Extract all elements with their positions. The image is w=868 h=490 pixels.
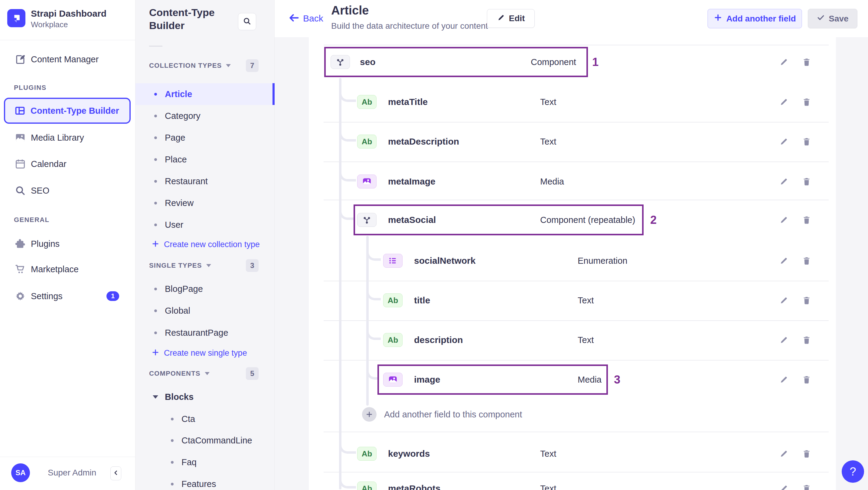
component-group-blocks[interactable]: Blocks — [135, 386, 275, 408]
tree-elbow — [339, 438, 356, 454]
field-type-label: Text — [540, 97, 556, 107]
sidebar-item-features[interactable]: Features — [135, 473, 275, 490]
edit-label: Edit — [509, 13, 525, 23]
sidebar-item-article[interactable]: Article — [135, 83, 275, 105]
field-type-label: Media — [540, 177, 564, 187]
back-link[interactable]: Back — [288, 12, 323, 25]
sidebar-item-place[interactable]: Place — [135, 149, 275, 170]
pencil-icon — [497, 13, 509, 24]
delete-field-button[interactable] — [800, 254, 813, 267]
edit-field-button[interactable] — [777, 213, 790, 226]
row-divider — [323, 45, 829, 45]
sidebar-item-calendar[interactable]: Calendar — [0, 155, 135, 173]
edit-field-button[interactable] — [777, 135, 790, 148]
triangle-down-icon — [153, 395, 158, 399]
search-button[interactable] — [238, 13, 256, 30]
field-name: description — [414, 335, 463, 345]
sidebar-item-review[interactable]: Review — [135, 192, 275, 214]
sidebar-item-seo[interactable]: SEO — [0, 182, 135, 199]
tree-elbow — [339, 473, 356, 489]
main-sidebar: Strapi Dashboard Workplace Content Manag… — [0, 0, 135, 490]
row-divider — [323, 360, 829, 361]
sidebar-item-content-type-builder[interactable]: Content-Type Builder — [4, 98, 131, 124]
strapi-logo-icon[interactable] — [7, 9, 25, 27]
sidebar-item-label: SEO — [31, 186, 49, 196]
field-name: metaRobots — [388, 483, 440, 490]
create-single-type-link[interactable]: Create new single type — [135, 344, 275, 362]
delete-field-button[interactable] — [800, 482, 813, 490]
sidebar-item-label: BlogPage — [165, 284, 203, 294]
sidebar-item-page[interactable]: Page — [135, 127, 275, 149]
field-type-label: Text — [540, 484, 556, 490]
edit-field-button[interactable] — [777, 175, 790, 188]
bullet-icon — [154, 202, 157, 205]
sidebar-item-category[interactable]: Category — [135, 105, 275, 127]
group-label: Blocks — [165, 392, 193, 402]
help-button[interactable]: ? — [842, 460, 864, 483]
delete-field-button[interactable] — [800, 95, 813, 109]
sidebar-item-plugins[interactable]: Plugins — [0, 235, 135, 252]
sidebar-item-label: Article — [165, 89, 192, 99]
delete-field-button[interactable] — [800, 135, 813, 148]
user-name: Super Admin — [48, 468, 96, 478]
sidebar-item-blogpage[interactable]: BlogPage — [135, 278, 275, 300]
add-another-field-button[interactable]: Add another field — [707, 9, 802, 28]
sidebar-item-label: Calendar — [31, 159, 66, 169]
edit-field-button[interactable] — [777, 373, 790, 386]
sidebar-item-global[interactable]: Global — [135, 300, 275, 322]
puzzle-icon — [14, 238, 27, 249]
sidebar-item-cta[interactable]: Cta — [135, 408, 275, 430]
create-collection-type-link[interactable]: Create new collection type — [135, 236, 275, 253]
sidebar-item-faq[interactable]: Faq — [135, 451, 275, 473]
delete-field-button[interactable] — [800, 447, 813, 460]
sidebar-item-settings[interactable]: Settings 1 — [0, 288, 135, 305]
field-type-icon-text: Ab — [357, 95, 376, 109]
edit-button[interactable]: Edit — [487, 9, 535, 28]
field-type-icon-component — [331, 55, 350, 69]
collapse-sidebar-button[interactable] — [111, 466, 121, 480]
edit-field-button[interactable] — [777, 482, 790, 490]
plus-icon — [151, 240, 160, 249]
single-types-header[interactable]: SINGLE TYPES 3 — [135, 259, 275, 272]
save-button[interactable]: Save — [808, 9, 858, 28]
edit-field-button[interactable] — [777, 95, 790, 109]
sidebar-item-content-manager[interactable]: Content Manager — [0, 51, 135, 68]
page-subtitle: Build the data architecture of your cont… — [331, 21, 488, 31]
delete-field-button[interactable] — [800, 373, 813, 386]
field-name: seo — [360, 57, 376, 67]
delete-field-button[interactable] — [800, 294, 813, 307]
user-avatar[interactable]: SA — [11, 463, 30, 482]
sidebar-item-restaurant[interactable]: Restaurant — [135, 170, 275, 192]
delete-field-button[interactable] — [800, 333, 813, 347]
sidebar-item-label: Settings — [31, 291, 63, 301]
workspace-title: Strapi Dashboard — [31, 8, 106, 19]
delete-field-button[interactable] — [800, 213, 813, 226]
type-sidebar-title: Content-Type Builder — [149, 6, 249, 32]
create-link-label: Create new collection type — [164, 240, 260, 249]
sidebar-item-user[interactable]: User — [135, 214, 275, 236]
tree-line — [339, 78, 341, 489]
bullet-icon — [154, 115, 157, 117]
calendar-icon — [14, 158, 27, 170]
edit-field-button[interactable] — [777, 55, 790, 69]
annotation-number: 2 — [650, 214, 657, 226]
components-header[interactable]: COMPONENTS 5 — [135, 367, 275, 380]
sidebar-item-media-library[interactable]: Media Library — [0, 129, 135, 146]
section-label: SINGLE TYPES — [149, 262, 202, 270]
field-type-label: Text — [540, 449, 556, 459]
edit-field-button[interactable] — [777, 294, 790, 307]
edit-field-button[interactable] — [777, 333, 790, 347]
field-type-icon-text: Ab — [357, 134, 376, 149]
sidebar-item-ctacommandline[interactable]: CtaCommandLine — [135, 430, 275, 452]
sidebar-item-marketplace[interactable]: Marketplace — [0, 261, 135, 278]
edit-field-button[interactable] — [777, 254, 790, 267]
sidebar-item-label: Marketplace — [31, 264, 79, 274]
delete-field-button[interactable] — [800, 175, 813, 188]
seo-search-icon — [14, 185, 27, 196]
edit-field-button[interactable] — [777, 447, 790, 460]
delete-field-button[interactable] — [800, 55, 813, 69]
sidebar-item-restaurantpage[interactable]: RestaurantPage — [135, 322, 275, 344]
add-field-to-component-button[interactable] — [362, 407, 376, 422]
content-type-builder-sidebar: Content-Type Builder COLLECTION TYPES 7 … — [135, 0, 275, 490]
collection-types-header[interactable]: COLLECTION TYPES 7 — [135, 59, 275, 72]
